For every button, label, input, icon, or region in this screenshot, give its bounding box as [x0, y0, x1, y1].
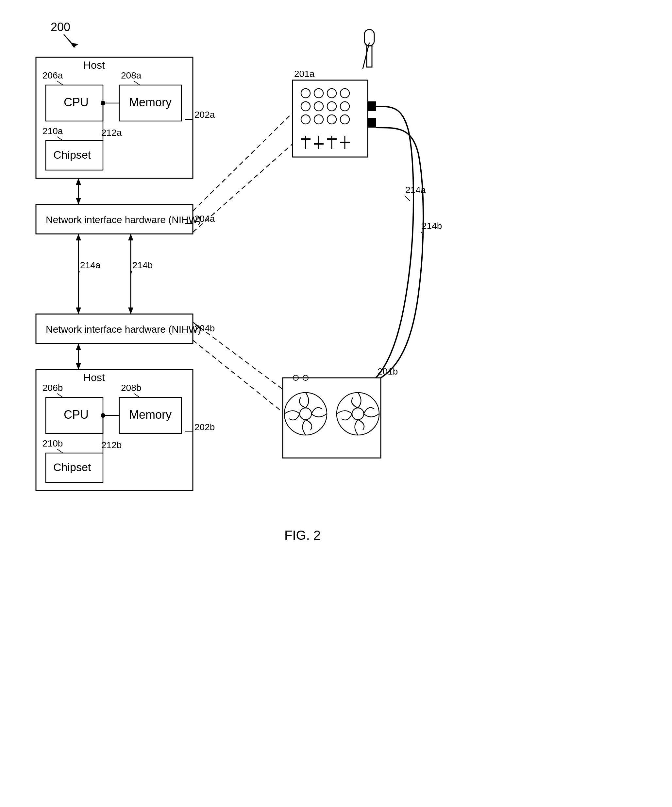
ref-214a-2: 214a	[405, 185, 426, 195]
host-b-label: Host	[83, 372, 105, 384]
ref-206b: 206b	[43, 383, 63, 393]
cpu-b-label: CPU	[64, 408, 89, 421]
ref-201a: 201a	[294, 69, 315, 79]
svg-rect-45	[293, 80, 368, 157]
chipset-a-label: Chipset	[53, 148, 91, 161]
ref-214b-1: 214b	[132, 260, 152, 270]
ref-210b: 210b	[43, 438, 63, 448]
chipset-b-label: Chipset	[53, 461, 91, 473]
ref-208b: 208b	[121, 383, 141, 393]
ref-212b: 212b	[101, 440, 122, 450]
ref-202a: 202a	[194, 110, 215, 120]
svg-rect-66	[368, 101, 376, 111]
ref-200: 200	[51, 20, 70, 34]
svg-rect-67	[368, 118, 376, 128]
host-a-label: Host	[83, 59, 105, 71]
cpu-a-label: CPU	[64, 96, 89, 109]
ref-210a: 210a	[43, 126, 63, 136]
ref-204b: 204b	[194, 323, 215, 333]
memory-a-label: Memory	[129, 96, 172, 109]
ref-214a-1: 214a	[80, 260, 101, 270]
fig-label: FIG. 2	[285, 528, 321, 542]
ref-202b: 202b	[194, 422, 215, 432]
ref-206a: 206a	[43, 70, 63, 80]
nihw-a-label: Network interface hardware (NIHW)	[46, 214, 201, 225]
memory-b-label: Memory	[129, 408, 172, 421]
ref-212a: 212a	[101, 128, 122, 138]
nihw-b-label: Network interface hardware (NIHW)	[46, 324, 201, 335]
ref-214b-2: 214b	[422, 221, 442, 231]
ref-208a: 208a	[121, 70, 142, 80]
diagram-container: 200 Host 206a CPU 208a Memory 210a Chips…	[0, 0, 672, 807]
